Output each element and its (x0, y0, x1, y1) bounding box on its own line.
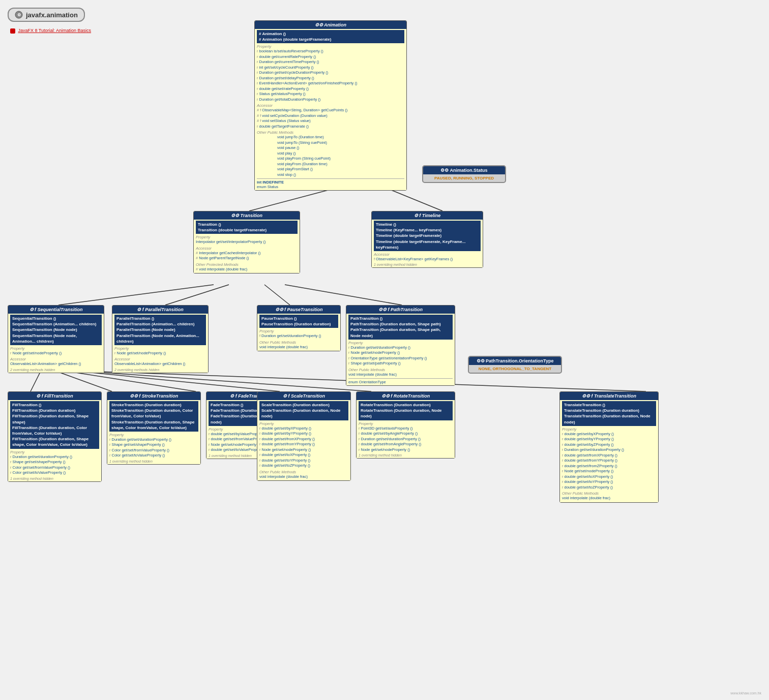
svg-line-7 (165, 285, 229, 305)
anim-m-8: voidstop () (257, 172, 404, 178)
trt-prop-4: rDurationget/set/durationProperty () (562, 447, 656, 453)
transition-icon: ⚙⚙ (231, 213, 239, 218)
link-text[interactable]: JavaFX 8 Tutorial: Animation Basics (18, 28, 92, 33)
seq-note: 2 overriding methods hidden (10, 368, 102, 372)
pause-class-header: ⚙⚙ f PauseTransition (257, 306, 340, 314)
path-class-box: ⚙⚙ f PathTransition PathTransition () Pa… (346, 305, 455, 386)
rotate-c2: RotateTransition (Duration duration, Nod… (361, 408, 451, 419)
sequential-class-box: ⚙ f SequentialTransition SequentialTrans… (8, 305, 104, 373)
fill-c2: FillTransition (Duration duration) (12, 408, 97, 413)
animation-class-icon: ⚙⚙ (315, 22, 323, 27)
rotate-prop-5: rNodeget/set/nodeProperty () (359, 447, 453, 453)
seq-class-name: SequentialTransition (38, 307, 83, 312)
par-c4: ParallelTransition (Node node, Animation… (116, 333, 204, 344)
timeline-class-name: Timeline (422, 213, 440, 218)
svg-line-8 (264, 285, 290, 305)
seq-acc-label: Accessor (10, 357, 102, 361)
svg-text:⚙: ⚙ (17, 13, 21, 17)
package-title: javafx.animation (26, 11, 78, 19)
stroke-prop-1: rDurationget/set/durationProperty () (109, 437, 198, 443)
path-c1: PathTransition () (350, 316, 451, 321)
rotate-class-box: ⚙⚙ f RotateTransition RotateTransition (… (356, 391, 455, 459)
anim-prop-7: rEventHandler<ActionEvent>get/set/onFini… (257, 81, 404, 86)
anim-prop-2: rdoubleget/currentRateProperty () (257, 54, 404, 60)
fill-note: 1 overriding method hidden (10, 477, 99, 480)
watermark: www.kkhaw.com.hk (730, 691, 761, 695)
stroke-c1: StrokeTransition (Duration duration) (111, 402, 196, 408)
orient-header: ⚙⚙ PathTransition.OrientationType (469, 357, 561, 365)
animation-status-box: ⚙⚙ Animation.Status PAUSED, RUNNING, STO… (422, 165, 506, 183)
scale-prop-8: rdoubleget/set/toZProperty () (259, 463, 348, 469)
path-prop-1: rDurationget/set/durationProperty () (348, 345, 453, 351)
trt-m-1: voidinterpolate (double frac) (562, 496, 656, 501)
trt-prop-2: rdoubleget/set/byYProperty () (562, 437, 656, 442)
timeline-class-header: ⚙ f Timeline (372, 211, 483, 220)
anim-prop-10: rDurationget/totalDurationProperty () (257, 97, 404, 103)
transition-class-header: ⚙⚙ Transition (194, 211, 300, 220)
seq-prop-1: rNodeget/set/nodeProperty () (10, 351, 102, 356)
trans-prop-1: Interpolatorget/set/interpolatorProperty… (196, 239, 298, 245)
tutorial-link[interactable]: JavaFX 8 Tutorial: Animation Basics (10, 28, 91, 34)
trt-prop-5: rdoubleget/set/fromXProperty () (562, 453, 656, 459)
translate-class-body: TranslateTransition () TranslateTransiti… (560, 400, 658, 502)
scale-class-name: ScaleTransition (291, 393, 325, 399)
anim-prop-3: rDurationget/currentTimeProperty () (257, 59, 404, 65)
trt-c2: TranslateTransition (Duration duration) (564, 408, 654, 413)
pause-c1: PauseTransition () (261, 316, 336, 321)
pause-class-body: PauseTransition () PauseTransition (Dura… (257, 314, 340, 351)
timeline-c1: Timeline () (376, 222, 479, 227)
seq-acc-1: ObservableList<Animation>getChildren () (10, 361, 102, 367)
timeline-c3: Timeline (double targetFramerate) (376, 233, 479, 238)
timeline-c2: Timeline (KeyFrame... keyFrames) (376, 227, 479, 233)
trans-prot-1: #voidinterpolate (double frac) (196, 267, 298, 272)
stroke-icon: ⚙⚙ f (130, 393, 141, 399)
status-icon: ⚙⚙ (440, 168, 449, 173)
rotate-class-name: RotateTransition (394, 393, 430, 399)
par-class-header: ⚙ f ParallelTransition (112, 306, 208, 314)
fill-class-box: ⚙ f FillTransition FillTransition () Fil… (8, 391, 102, 482)
scale-other-label: Other Public Methods (259, 470, 348, 474)
fill-prop-3: rColorget/set/fromValueProperty () (10, 465, 99, 471)
path-other-label: Other Public Methods (348, 368, 453, 372)
rotate-icon: ⚙⚙ f (381, 393, 393, 399)
timeline-class-box: ⚙ f Timeline Timeline () Timeline (KeyFr… (371, 211, 483, 268)
rotate-class-body: RotateTransition (Duration duration) Rot… (357, 400, 455, 458)
fill-c4: FillTransition (Duration duration, Color… (12, 425, 97, 436)
orient-name: PathTransition.OrientationType (486, 358, 553, 363)
svg-line-12 (66, 371, 196, 391)
svg-line-10 (31, 371, 41, 391)
anim-m-4: voidplay () (257, 151, 404, 157)
anim-prop-4: rintget/set/cycleCountProperty () (257, 65, 404, 71)
anim-m-6: voidplayFrom (Duration time) (257, 162, 404, 167)
par-class-name: ParallelTransition (145, 307, 183, 312)
scale-prop-1: rdoubleget/set/byXProperty () (259, 426, 348, 432)
par-c1: ParallelTransition () (116, 316, 204, 321)
par-prop-label: Property (114, 346, 206, 351)
par-note: 2 overriding methods hidden (114, 368, 206, 372)
timeline-note: 1 overriding method hidden (374, 263, 481, 266)
par-c3: ParallelTransition (Node node) (116, 327, 204, 332)
svg-line-5 (387, 188, 442, 211)
page-container: ⚙ javafx.animation JavaFX 8 Tutorial: An… (0, 0, 769, 700)
scale-prop-5: rNodeget/set/nodeProperty () (259, 447, 348, 453)
animation-status-values: PAUSED, RUNNING, STOPPED (423, 174, 505, 182)
par-acc-label: Accessor (114, 357, 206, 361)
stroke-c2: StrokeTransition (Duration duration, Col… (111, 408, 196, 419)
animation-class-box: ⚙⚙ Animation # Animation () # Animation … (254, 20, 407, 191)
parallel-class-box: ⚙ f ParallelTransition ParallelTransitio… (112, 305, 209, 373)
scale-c2: ScaleTransition (Duration duration, Node… (261, 408, 346, 419)
fill-prop-4: rColorget/set/toValueProperty () (10, 470, 99, 476)
trt-c1: TranslateTransition () (564, 402, 654, 408)
anim-acc-2: # fvoidsetCycleDuration (Duration value) (257, 113, 404, 119)
stroke-prop-label: Property (109, 433, 198, 437)
rotate-class-header: ⚙⚙ f RotateTransition (357, 392, 455, 400)
seq-prop-label: Property (10, 346, 102, 351)
path-divider (348, 378, 453, 379)
seq-icon: ⚙ f (29, 307, 37, 312)
anim-prop-1: rbooleanis/set/autoReverseProperty () (257, 49, 404, 54)
anim-acc-1: # fObservableMap<String, Duration>getCue… (257, 108, 404, 113)
scale-prop-label: Property (259, 421, 348, 426)
path-c2: PathTransition (Duration duration, Shape… (350, 321, 451, 327)
anim-divider (257, 178, 404, 179)
animation-status-header: ⚙⚙ Animation.Status (423, 166, 505, 174)
